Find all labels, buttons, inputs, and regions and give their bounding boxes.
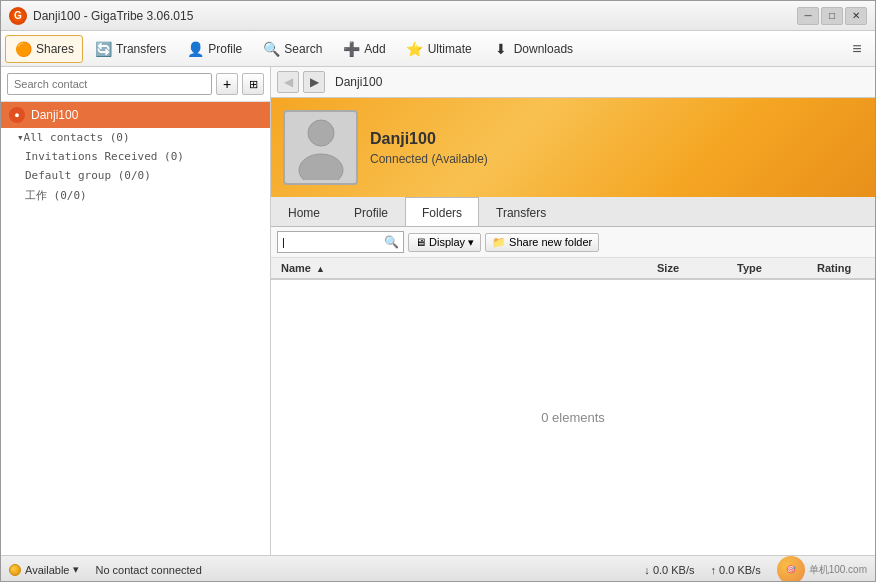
contact-danji100[interactable]: ● Danji100: [1, 102, 270, 128]
folder-search-icon: 🔍: [384, 235, 399, 249]
download-speed-text: ↓ 0.0 KB/s: [644, 564, 694, 576]
profile-label: Profile: [208, 42, 242, 56]
tab-home[interactable]: Home: [271, 199, 337, 226]
profile-icon: 👤: [186, 40, 204, 58]
col-rating-header[interactable]: Rating: [811, 260, 871, 276]
profile-username: Danji100: [370, 130, 488, 148]
table-body: 0 elements: [271, 280, 875, 555]
profile-info: Danji100 Connected (Available): [370, 130, 488, 166]
display-dropdown-icon: ▾: [468, 236, 474, 249]
app-icon: G: [9, 7, 27, 25]
status-dot: [9, 564, 21, 576]
downloads-label: Downloads: [514, 42, 573, 56]
group-label: Invitations Received (0): [25, 150, 184, 163]
add-icon: ➕: [342, 40, 360, 58]
availability-label: Available: [25, 564, 69, 576]
ultimate-icon: ⭐: [406, 40, 424, 58]
left-panel: + ⊞ ● Danji100 ▾All contacts (0) Invitat…: [1, 67, 271, 555]
share-new-folder-button[interactable]: 📁 Share new folder: [485, 233, 599, 252]
downloads-icon: ⬇: [492, 40, 510, 58]
transfers-button[interactable]: 🔄 Transfers: [85, 35, 175, 63]
shares-icon: 🟠: [14, 40, 32, 58]
tab-folders[interactable]: Folders: [405, 197, 479, 226]
window-title: Danji100 - GigaTribe 3.06.015: [33, 9, 797, 23]
availability-status[interactable]: Available ▾: [9, 563, 79, 576]
profile-header: Danji100 Connected (Available): [271, 98, 875, 197]
toolbar-menu-button[interactable]: ≡: [843, 35, 871, 63]
back-icon: ◀: [284, 75, 293, 89]
svg-point-0: [308, 120, 334, 146]
forward-button[interactable]: ▶: [303, 71, 325, 93]
watermark-text: 单机100.com: [809, 563, 867, 577]
empty-label: 0 elements: [541, 410, 605, 425]
add-label: Add: [364, 42, 385, 56]
search-label: Search: [284, 42, 322, 56]
group-work[interactable]: 工作 (0/0): [1, 185, 270, 206]
profile-status: Connected (Available): [370, 152, 488, 166]
window-controls: ─ □ ✕: [797, 7, 867, 25]
main-content: + ⊞ ● Danji100 ▾All contacts (0) Invitat…: [1, 67, 875, 555]
add-contact-button[interactable]: +: [216, 73, 238, 95]
shares-label: Shares: [36, 42, 74, 56]
back-button[interactable]: ◀: [277, 71, 299, 93]
display-button[interactable]: 🖥 Display ▾: [408, 233, 481, 252]
download-speed: ↓ 0.0 KB/s: [644, 564, 694, 576]
forward-icon: ▶: [310, 75, 319, 89]
folders-toolbar: 🔍 🖥 Display ▾ 📁 Share new folder: [271, 227, 875, 258]
availability-dropdown: ▾: [73, 563, 79, 576]
upload-speed: ↑ 0.0 KB/s: [711, 564, 761, 576]
search-icon: 🔍: [262, 40, 280, 58]
right-panel: ◀ ▶ Danji100 Danji100 Connected (Availab…: [271, 67, 875, 555]
tab-profile[interactable]: Profile: [337, 199, 405, 226]
group-invitations[interactable]: Invitations Received (0): [1, 147, 270, 166]
title-bar: G Danji100 - GigaTribe 3.06.015 ─ □ ✕: [1, 1, 875, 31]
config-icon: ⊞: [249, 78, 258, 91]
col-name-header[interactable]: Name ▲: [275, 260, 651, 276]
status-bar: Available ▾ No contact connected ↓ 0.0 K…: [1, 555, 875, 582]
watermark: 🎯 单机100.com: [777, 556, 867, 583]
ultimate-label: Ultimate: [428, 42, 472, 56]
contact-list: ● Danji100 ▾All contacts (0) Invitations…: [1, 102, 270, 555]
transfers-label: Transfers: [116, 42, 166, 56]
search-bar: + ⊞: [1, 67, 270, 102]
connection-status-text: No contact connected: [95, 564, 201, 576]
toolbar: 🟠 Shares 🔄 Transfers 👤 Profile 🔍 Search …: [1, 31, 875, 67]
profile-tabs: Home Profile Folders Transfers: [271, 197, 875, 227]
col-type-header[interactable]: Type: [731, 260, 811, 276]
close-button[interactable]: ✕: [845, 7, 867, 25]
search-button[interactable]: 🔍 Search: [253, 35, 331, 63]
transfers-icon: 🔄: [94, 40, 112, 58]
shares-button[interactable]: 🟠 Shares: [5, 35, 83, 63]
display-icon: 🖥: [415, 236, 426, 248]
minimize-button[interactable]: ─: [797, 7, 819, 25]
downloads-button[interactable]: ⬇ Downloads: [483, 35, 582, 63]
share-new-folder-label: Share new folder: [509, 236, 592, 248]
add-button[interactable]: ➕ Add: [333, 35, 394, 63]
search-input[interactable]: [7, 73, 212, 95]
group-default[interactable]: Default group (0/0): [1, 166, 270, 185]
watermark-logo: 🎯: [777, 556, 805, 583]
right-nav: ◀ ▶ Danji100: [271, 67, 875, 98]
profile-button[interactable]: 👤 Profile: [177, 35, 251, 63]
tab-transfers[interactable]: Transfers: [479, 199, 563, 226]
group-label: ▾All contacts (0): [17, 131, 130, 144]
folder-search: 🔍: [277, 231, 404, 253]
folders-table: Name ▲ Size Type Rating 0 elements: [271, 258, 875, 555]
folder-search-input[interactable]: [282, 236, 382, 248]
upload-speed-text: ↑ 0.0 KB/s: [711, 564, 761, 576]
display-label: Display: [429, 236, 465, 248]
add-contact-icon: +: [223, 76, 231, 92]
folders-content: 🔍 🖥 Display ▾ 📁 Share new folder Name ▲: [271, 227, 875, 555]
table-header: Name ▲ Size Type Rating: [271, 258, 875, 280]
connection-status: No contact connected: [95, 564, 201, 576]
group-all-contacts[interactable]: ▾All contacts (0): [1, 128, 270, 147]
share-folder-icon: 📁: [492, 236, 506, 249]
col-size-header[interactable]: Size: [651, 260, 731, 276]
group-label: Default group (0/0): [25, 169, 151, 182]
ultimate-button[interactable]: ⭐ Ultimate: [397, 35, 481, 63]
sort-arrow: ▲: [316, 264, 325, 274]
config-button[interactable]: ⊞: [242, 73, 264, 95]
nav-location: Danji100: [329, 73, 869, 91]
maximize-button[interactable]: □: [821, 7, 843, 25]
contact-avatar: ●: [9, 107, 25, 123]
